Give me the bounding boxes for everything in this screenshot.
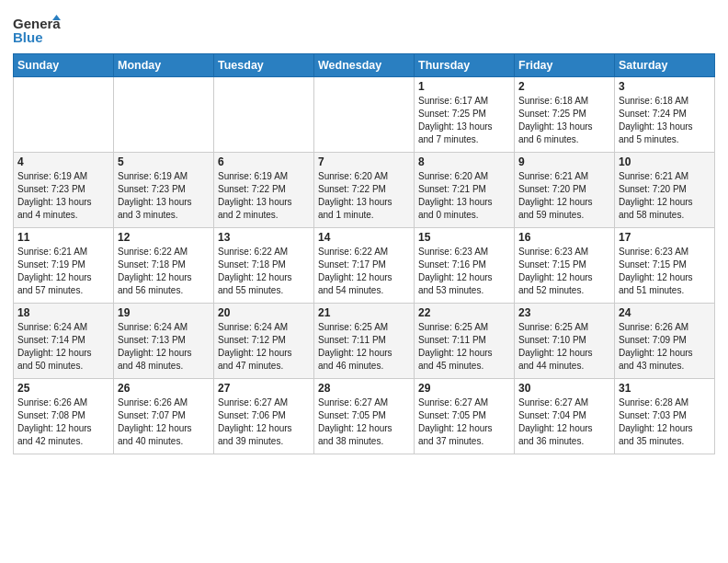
header: GeneralBlue — [13, 9, 715, 48]
day-number: 12 — [118, 231, 210, 244]
calendar-cell: 22Sunrise: 6:25 AM Sunset: 7:11 PM Dayli… — [415, 304, 515, 379]
day-number: 7 — [318, 155, 410, 168]
day-number: 20 — [218, 306, 310, 319]
day-info: Sunrise: 6:17 AM Sunset: 7:25 PM Dayligh… — [418, 95, 510, 146]
day-info: Sunrise: 6:21 AM Sunset: 7:20 PM Dayligh… — [518, 170, 610, 222]
weekday-row: SundayMondayTuesdayWednesdayThursdayFrid… — [14, 54, 715, 77]
day-info: Sunrise: 6:22 AM Sunset: 7:18 PM Dayligh… — [218, 246, 310, 297]
day-number: 26 — [118, 382, 210, 395]
calendar-cell: 21Sunrise: 6:25 AM Sunset: 7:11 PM Dayli… — [314, 304, 415, 379]
day-info: Sunrise: 6:26 AM Sunset: 7:09 PM Dayligh… — [619, 321, 711, 373]
calendar-cell: 24Sunrise: 6:26 AM Sunset: 7:09 PM Dayli… — [615, 304, 715, 379]
day-info: Sunrise: 6:27 AM Sunset: 7:05 PM Dayligh… — [318, 396, 410, 448]
day-number: 16 — [518, 231, 610, 244]
weekday-header-saturday: Saturday — [615, 54, 715, 77]
day-info: Sunrise: 6:18 AM Sunset: 7:25 PM Dayligh… — [518, 95, 610, 146]
calendar-cell: 13Sunrise: 6:22 AM Sunset: 7:18 PM Dayli… — [214, 228, 314, 304]
calendar-week-4: 18Sunrise: 6:24 AM Sunset: 7:14 PM Dayli… — [14, 304, 715, 379]
day-info: Sunrise: 6:23 AM Sunset: 7:15 PM Dayligh… — [619, 246, 711, 297]
calendar-cell: 11Sunrise: 6:21 AM Sunset: 7:19 PM Dayli… — [14, 228, 114, 304]
day-number: 8 — [418, 155, 510, 168]
weekday-header-wednesday: Wednesday — [314, 54, 415, 77]
day-info: Sunrise: 6:22 AM Sunset: 7:18 PM Dayligh… — [118, 246, 210, 297]
day-info: Sunrise: 6:27 AM Sunset: 7:06 PM Dayligh… — [218, 396, 310, 448]
calendar-header: SundayMondayTuesdayWednesdayThursdayFrid… — [14, 54, 715, 77]
calendar-cell: 18Sunrise: 6:24 AM Sunset: 7:14 PM Dayli… — [14, 304, 114, 379]
day-number: 4 — [17, 155, 109, 168]
calendar-cell: 10Sunrise: 6:21 AM Sunset: 7:20 PM Dayli… — [615, 153, 715, 228]
calendar-cell: 3Sunrise: 6:18 AM Sunset: 7:24 PM Daylig… — [615, 77, 715, 153]
calendar-cell: 17Sunrise: 6:23 AM Sunset: 7:15 PM Dayli… — [615, 228, 715, 304]
svg-text:Blue: Blue — [13, 29, 43, 45]
calendar-cell: 2Sunrise: 6:18 AM Sunset: 7:25 PM Daylig… — [515, 77, 615, 153]
calendar-cell: 14Sunrise: 6:22 AM Sunset: 7:17 PM Dayli… — [314, 228, 415, 304]
calendar-week-1: 1Sunrise: 6:17 AM Sunset: 7:25 PM Daylig… — [14, 77, 715, 153]
page: GeneralBlue SundayMondayTuesdayWednesday… — [0, 0, 728, 563]
day-info: Sunrise: 6:21 AM Sunset: 7:20 PM Dayligh… — [619, 170, 711, 222]
weekday-header-friday: Friday — [515, 54, 615, 77]
day-number: 21 — [318, 306, 410, 319]
day-info: Sunrise: 6:20 AM Sunset: 7:22 PM Dayligh… — [318, 170, 410, 222]
calendar-week-2: 4Sunrise: 6:19 AM Sunset: 7:23 PM Daylig… — [14, 153, 715, 228]
day-number: 5 — [118, 155, 210, 168]
day-number: 25 — [17, 382, 109, 395]
calendar-cell — [114, 77, 214, 153]
day-info: Sunrise: 6:23 AM Sunset: 7:15 PM Dayligh… — [518, 246, 610, 297]
calendar-cell: 7Sunrise: 6:20 AM Sunset: 7:22 PM Daylig… — [314, 153, 415, 228]
day-number: 14 — [318, 231, 410, 244]
logo-svg: GeneralBlue — [13, 13, 61, 48]
day-number: 29 — [418, 382, 510, 395]
day-info: Sunrise: 6:22 AM Sunset: 7:17 PM Dayligh… — [318, 246, 410, 297]
day-info: Sunrise: 6:21 AM Sunset: 7:19 PM Dayligh… — [17, 246, 109, 297]
day-number: 30 — [518, 382, 610, 395]
day-number: 1 — [418, 80, 510, 93]
calendar-cell — [214, 77, 314, 153]
calendar-cell: 19Sunrise: 6:24 AM Sunset: 7:13 PM Dayli… — [114, 304, 214, 379]
calendar-cell: 28Sunrise: 6:27 AM Sunset: 7:05 PM Dayli… — [314, 379, 415, 454]
day-info: Sunrise: 6:25 AM Sunset: 7:11 PM Dayligh… — [318, 321, 410, 373]
weekday-header-monday: Monday — [114, 54, 214, 77]
calendar-cell: 4Sunrise: 6:19 AM Sunset: 7:23 PM Daylig… — [14, 153, 114, 228]
calendar-cell: 12Sunrise: 6:22 AM Sunset: 7:18 PM Dayli… — [114, 228, 214, 304]
day-info: Sunrise: 6:24 AM Sunset: 7:12 PM Dayligh… — [218, 321, 310, 373]
day-number: 17 — [619, 231, 711, 244]
day-info: Sunrise: 6:26 AM Sunset: 7:08 PM Dayligh… — [17, 396, 109, 448]
day-info: Sunrise: 6:27 AM Sunset: 7:04 PM Dayligh… — [518, 396, 610, 448]
day-number: 10 — [619, 155, 711, 168]
calendar-cell: 30Sunrise: 6:27 AM Sunset: 7:04 PM Dayli… — [515, 379, 615, 454]
day-number: 2 — [518, 80, 610, 93]
calendar-week-3: 11Sunrise: 6:21 AM Sunset: 7:19 PM Dayli… — [14, 228, 715, 304]
calendar-cell: 29Sunrise: 6:27 AM Sunset: 7:05 PM Dayli… — [415, 379, 515, 454]
day-info: Sunrise: 6:27 AM Sunset: 7:05 PM Dayligh… — [418, 396, 510, 448]
calendar-cell — [314, 77, 415, 153]
day-info: Sunrise: 6:19 AM Sunset: 7:22 PM Dayligh… — [218, 170, 310, 222]
calendar-cell: 23Sunrise: 6:25 AM Sunset: 7:10 PM Dayli… — [515, 304, 615, 379]
day-info: Sunrise: 6:24 AM Sunset: 7:13 PM Dayligh… — [118, 321, 210, 373]
weekday-header-thursday: Thursday — [415, 54, 515, 77]
calendar-cell: 1Sunrise: 6:17 AM Sunset: 7:25 PM Daylig… — [415, 77, 515, 153]
day-number: 19 — [118, 306, 210, 319]
day-info: Sunrise: 6:18 AM Sunset: 7:24 PM Dayligh… — [619, 95, 711, 146]
day-number: 9 — [518, 155, 610, 168]
day-number: 24 — [619, 306, 711, 319]
day-number: 31 — [619, 382, 711, 395]
day-number: 3 — [619, 80, 711, 93]
day-info: Sunrise: 6:23 AM Sunset: 7:16 PM Dayligh… — [418, 246, 510, 297]
calendar-cell: 31Sunrise: 6:28 AM Sunset: 7:03 PM Dayli… — [615, 379, 715, 454]
day-info: Sunrise: 6:28 AM Sunset: 7:03 PM Dayligh… — [619, 396, 711, 448]
day-number: 28 — [318, 382, 410, 395]
day-number: 11 — [17, 231, 109, 244]
weekday-header-tuesday: Tuesday — [214, 54, 314, 77]
calendar-cell: 15Sunrise: 6:23 AM Sunset: 7:16 PM Dayli… — [415, 228, 515, 304]
calendar-cell: 6Sunrise: 6:19 AM Sunset: 7:22 PM Daylig… — [214, 153, 314, 228]
calendar-body: 1Sunrise: 6:17 AM Sunset: 7:25 PM Daylig… — [14, 77, 715, 454]
day-number: 15 — [418, 231, 510, 244]
day-info: Sunrise: 6:26 AM Sunset: 7:07 PM Dayligh… — [118, 396, 210, 448]
calendar-cell: 8Sunrise: 6:20 AM Sunset: 7:21 PM Daylig… — [415, 153, 515, 228]
day-info: Sunrise: 6:24 AM Sunset: 7:14 PM Dayligh… — [17, 321, 109, 373]
calendar-cell: 25Sunrise: 6:26 AM Sunset: 7:08 PM Dayli… — [14, 379, 114, 454]
day-number: 6 — [218, 155, 310, 168]
calendar-table: SundayMondayTuesdayWednesdayThursdayFrid… — [13, 53, 715, 454]
calendar-cell: 16Sunrise: 6:23 AM Sunset: 7:15 PM Dayli… — [515, 228, 615, 304]
day-number: 23 — [518, 306, 610, 319]
